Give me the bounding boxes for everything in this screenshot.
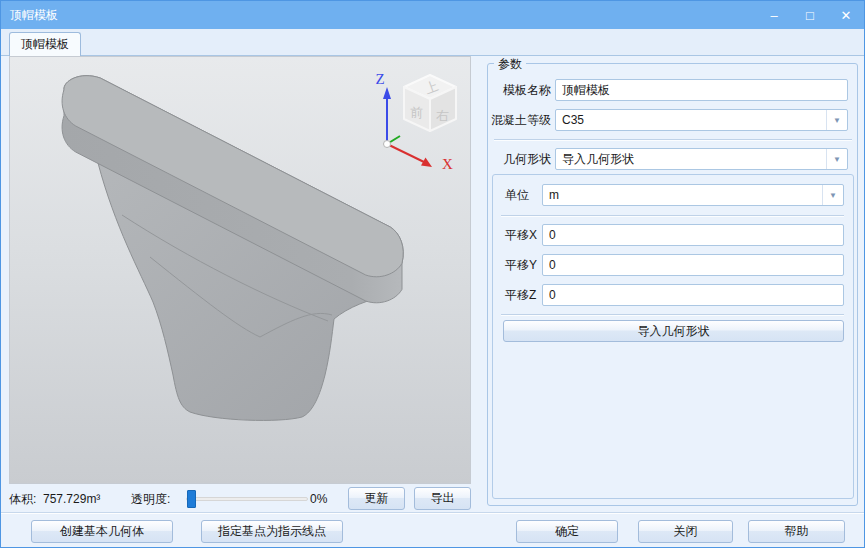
import-settings-frame: 单位 m ▼ 平移X 平移Y 平移Z (492, 174, 854, 499)
separator (501, 215, 844, 217)
axis-z-arrow: Z (375, 71, 391, 144)
transparency-slider[interactable] (186, 489, 308, 509)
separator (1, 512, 864, 514)
cube-face-right-label: 右 (436, 108, 449, 123)
concrete-grade-row: 混凝土等级 C35 ▼ (488, 108, 848, 132)
axis-widget: 上 前 右 Z X (375, 71, 456, 172)
separator (501, 314, 844, 316)
template-name-field-wrap (555, 79, 848, 101)
cube-face-front-label: 前 (410, 105, 423, 120)
axis-z-label: Z (375, 71, 384, 87)
translate-y-field-wrap (542, 254, 844, 276)
viewport-footer: 体积: 757.729m³ 透明度: 0% 更新 导出 (9, 487, 471, 511)
volume-value: 757.729m³ (43, 487, 100, 511)
geometry-shape-value: 导入几何形状 (556, 151, 847, 168)
minimize-button[interactable]: – (756, 1, 792, 29)
unit-row: 单位 m ▼ (501, 183, 844, 207)
tab-label: 顶帽模板 (21, 36, 69, 53)
transparency-label: 透明度: (131, 487, 170, 511)
translate-x-field[interactable] (543, 225, 843, 245)
translate-x-row: 平移X (501, 223, 844, 247)
template-name-field[interactable] (556, 80, 847, 100)
close-button[interactable]: 关闭 (638, 520, 733, 543)
concrete-grade-value: C35 (556, 113, 847, 127)
tab-strip: 顶帽模板 (1, 29, 864, 56)
geometry-shape-label: 几何形状 (488, 151, 551, 168)
params-group: 参数 模板名称 混凝土等级 C35 ▼ 几何形状 导入几何形状 ▼ 单位 (487, 63, 858, 506)
translate-y-field[interactable] (543, 255, 843, 275)
slider-handle[interactable] (187, 490, 196, 508)
slider-track[interactable] (186, 497, 308, 501)
axis-y-label-x: X (442, 156, 453, 172)
template-name-label: 模板名称 (488, 82, 551, 99)
ok-button[interactable]: 确定 (516, 520, 618, 543)
unit-label: 单位 (501, 187, 542, 204)
transparency-value: 0% (310, 487, 327, 511)
geometry-shape-row: 几何形状 导入几何形状 ▼ (488, 147, 848, 171)
close-icon[interactable]: ✕ (828, 1, 864, 29)
concrete-grade-label: 混凝土等级 (488, 112, 551, 129)
axis-origin-dot (384, 141, 391, 148)
translate-x-label: 平移X (501, 227, 542, 244)
translate-y-row: 平移Y (501, 253, 844, 277)
translate-z-field[interactable] (543, 285, 843, 305)
unit-select[interactable]: m ▼ (542, 184, 844, 206)
chevron-down-icon[interactable]: ▼ (822, 185, 843, 205)
nav-cube: 上 前 右 (404, 75, 456, 131)
chevron-down-icon[interactable]: ▼ (826, 110, 847, 130)
template-name-row: 模板名称 (488, 78, 848, 102)
specify-base-point-button[interactable]: 指定基点为指示线点 (201, 520, 343, 543)
unit-value: m (543, 188, 843, 202)
title-bar: 顶帽模板 – □ ✕ (1, 1, 864, 29)
volume-label: 体积: (9, 487, 36, 511)
chevron-down-icon[interactable]: ▼ (826, 149, 847, 169)
model-canvas: 上 前 右 Z X (10, 57, 470, 483)
dialog-window: 顶帽模板 – □ ✕ 顶帽模板 (0, 0, 865, 548)
translate-y-label: 平移Y (501, 257, 542, 274)
tab-top-cap-template[interactable]: 顶帽模板 (9, 32, 81, 56)
translate-z-field-wrap (542, 284, 844, 306)
window-controls: – □ ✕ (756, 1, 864, 29)
window-title: 顶帽模板 (10, 7, 58, 24)
translate-z-row: 平移Z (501, 283, 844, 307)
translate-x-field-wrap (542, 224, 844, 246)
export-button[interactable]: 导出 (414, 487, 471, 510)
create-basic-geometry-button[interactable]: 创建基本几何体 (31, 520, 173, 543)
geometry-shape-select[interactable]: 导入几何形状 ▼ (555, 148, 848, 170)
separator (494, 139, 852, 141)
maximize-button[interactable]: □ (792, 1, 828, 29)
update-button[interactable]: 更新 (348, 487, 405, 510)
concrete-grade-select[interactable]: C35 ▼ (555, 109, 848, 131)
axis-x-arrow: X (387, 144, 453, 172)
translate-z-label: 平移Z (501, 287, 542, 304)
import-geometry-button[interactable]: 导入几何形状 (503, 320, 844, 342)
params-group-title: 参数 (494, 56, 526, 73)
help-button[interactable]: 帮助 (748, 520, 845, 543)
viewport-3d[interactable]: 上 前 右 Z X (9, 56, 471, 484)
